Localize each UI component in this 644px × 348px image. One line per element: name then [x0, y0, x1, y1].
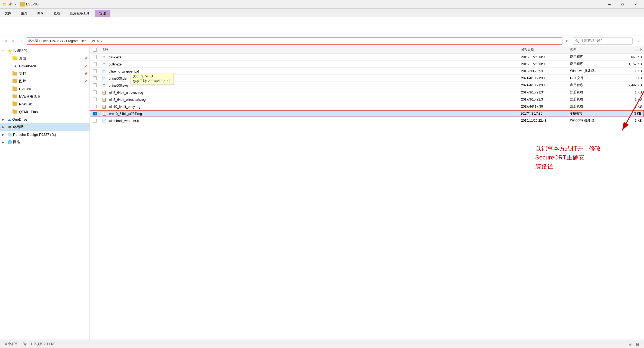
sidebar-item-pictures[interactable]: 图片 📌 [0, 77, 89, 85]
sidebar-item-eveng[interactable]: EVE-NG [0, 85, 89, 93]
row-checkbox-8[interactable] [93, 105, 97, 108]
sidebar-item-desktop[interactable]: 桌面 📌 [0, 55, 89, 62]
network-expand: ▶ [2, 141, 7, 144]
row-name-2: ⚙ putty.exe [100, 62, 519, 66]
row-check-8[interactable] [90, 105, 100, 108]
ribbon: 文件 主页 共享 查看 应用程序工具 管理 [0, 9, 644, 36]
row-checkbox-10[interactable] [93, 119, 97, 123]
file-icon-1: ⚙ [102, 55, 106, 59]
file-icon-4: 📄 [102, 76, 106, 80]
row-date-9: 2017/4/8 17:36 [518, 112, 567, 115]
file-list: 名称 修改日期 类型 大小 ⚙ plink.exe 2019/11/26 13:… [90, 46, 644, 340]
tab-apptools[interactable]: 应用程序工具 [65, 10, 94, 17]
row-check-9[interactable]: ✓ [90, 112, 100, 115]
minimize-button[interactable]: ─ [603, 0, 616, 9]
row-checkbox-5[interactable] [93, 83, 97, 87]
table-row[interactable]: 📋 win10_64bit_putty.reg 2017/4/8 17:36 注… [90, 103, 644, 110]
row-check-10[interactable] [90, 119, 100, 123]
row-checkbox-3[interactable] [93, 69, 97, 73]
porsche-header[interactable]: ▶ 💿 Porsche Design P9227 (D:) [0, 131, 89, 138]
file-name-8: win10_64bit_putty.reg [109, 105, 140, 109]
help-button[interactable]: ? [635, 38, 642, 44]
row-type-1: 应用程序 [568, 55, 617, 59]
table-row[interactable]: ⚙ plink.exe 2019/11/26 13:08 应用程序 663 KB [90, 54, 644, 61]
pin-icon3: 📌 [84, 72, 87, 75]
row-name-1: ⚙ plink.exe [100, 55, 519, 59]
row-date-1: 2019/11/26 13:08 [519, 55, 568, 59]
network-header[interactable]: ▶ 🌐 网络 [0, 138, 89, 146]
ribbon-tab-bar: 文件 主页 共享 查看 应用程序工具 管理 [0, 9, 644, 17]
row-size-1: 663 KB [617, 55, 644, 59]
row-checkbox-4[interactable] [93, 76, 97, 80]
back-button[interactable]: ◀ [2, 38, 9, 44]
annotation-text: 以记事本方式打开，修改SecureCRT正确安 装路径 [535, 144, 622, 171]
svg-line-0 [622, 81, 644, 130]
up-button[interactable]: ↑ [18, 38, 25, 44]
onedrive-label: OneDrive [12, 117, 27, 121]
view-controls: ▤ ▦ [627, 341, 641, 347]
table-row[interactable]: ⚙ putty.exe 2019/11/26 13:08 应用程序 1,152 … [90, 61, 644, 68]
eveng-folder-icon [13, 86, 17, 91]
row-check-7[interactable] [90, 98, 100, 101]
row-date-4: 2021/4/10 21:38 [519, 76, 568, 80]
tab-share[interactable]: 共享 [33, 10, 48, 17]
onedrive-expand: ▶ [2, 118, 7, 121]
table-row[interactable]: 📄 wireshark_wrapper.bat 2019/11/26 22:43… [90, 117, 644, 124]
table-row[interactable]: 📋 win7_64bit_wireshark.reg 2017/3/15 21:… [90, 96, 644, 103]
tab-manage[interactable]: 管理 [95, 10, 110, 17]
sidebar-item-pnetlab[interactable]: PnetLab [0, 100, 89, 108]
row-checkbox-2[interactable] [93, 62, 97, 66]
file-name-9: win10_64bit_sCRT.reg [109, 112, 142, 116]
downloads-folder-icon: ⬇ [13, 64, 17, 68]
sidebar-item-qemu[interactable]: QEMU-Plus [0, 108, 89, 115]
system-icon: 📁 [2, 2, 7, 7]
address-path[interactable]: 此电脑 › Local Disk (C:) › Program Files › … [27, 37, 562, 45]
pin-icon: 📌 [84, 57, 87, 60]
row-check-2[interactable] [90, 62, 100, 66]
row-check-5[interactable] [90, 83, 100, 87]
porsche-expand: ▶ [2, 133, 7, 136]
col-size-header[interactable]: 大小 [617, 47, 644, 52]
col-name-header[interactable]: 名称 [100, 47, 519, 52]
pictures-label: 图片 [19, 79, 82, 84]
refresh-button[interactable]: ⟳ [564, 37, 571, 45]
tab-home[interactable]: 主页 [16, 10, 32, 17]
tiles-view-button[interactable]: ▦ [634, 341, 641, 347]
details-view-button[interactable]: ▤ [627, 341, 633, 347]
quick-access-header[interactable]: ▾ ⭐ 快速访问 [0, 47, 89, 55]
row-size-3: 1 KB [617, 69, 644, 73]
pics-folder-icon [13, 79, 17, 84]
onedrive-header[interactable]: ▶ ☁ OneDrive [0, 115, 89, 123]
row-checkbox-6[interactable] [93, 90, 97, 94]
row-check-3[interactable] [90, 69, 100, 73]
row-check-6[interactable] [90, 90, 100, 94]
row-checkbox-1[interactable] [93, 55, 97, 59]
evedocs-folder-icon [13, 94, 17, 99]
row-checkbox-9[interactable]: ✓ [93, 112, 97, 115]
downloads-label: Downloads [19, 64, 82, 68]
select-all-checkbox[interactable] [93, 48, 97, 52]
table-row[interactable]: 📋 win7_64bit_ultravnc.reg 2017/3/15 21:3… [90, 89, 644, 96]
sidebar-item-evedocs[interactable]: EVE使用说明 [0, 93, 89, 100]
forward-button[interactable]: ▶ [10, 38, 17, 44]
file-icon-2: ⚙ [102, 62, 106, 66]
maximize-button[interactable]: □ [616, 0, 629, 9]
col-type-header[interactable]: 类型 [568, 47, 617, 52]
this-pc-header[interactable]: ▶ 💻 此电脑 [0, 123, 89, 131]
sidebar-item-downloads[interactable]: ⬇ Downloads 📌 [0, 62, 89, 70]
tab-view[interactable]: 查看 [49, 10, 65, 17]
col-date-header[interactable]: 修改日期 [519, 47, 568, 52]
search-box[interactable]: 🔍 搜索"EVE-NG" [573, 37, 633, 45]
table-row[interactable]: ✓ 📋 win10_64bit_sCRT.reg 2017/4/8 17:36 … [90, 110, 644, 117]
close-button[interactable]: ✕ [629, 0, 642, 9]
tooltip-line2: 修改日期: 2021/4/10 21:38 [133, 79, 171, 83]
header-check[interactable] [90, 48, 100, 52]
pin-icon2: 📌 [84, 65, 87, 68]
sidebar-item-documents[interactable]: 文档 📌 [0, 70, 89, 77]
tab-file[interactable]: 文件 [0, 10, 16, 17]
row-check-1[interactable] [90, 55, 100, 59]
file-list-header: 名称 修改日期 类型 大小 [90, 46, 644, 54]
row-check-4[interactable] [90, 76, 100, 80]
row-checkbox-7[interactable] [93, 98, 97, 101]
breadcrumb-segment-computer: 此电脑 [28, 39, 38, 43]
